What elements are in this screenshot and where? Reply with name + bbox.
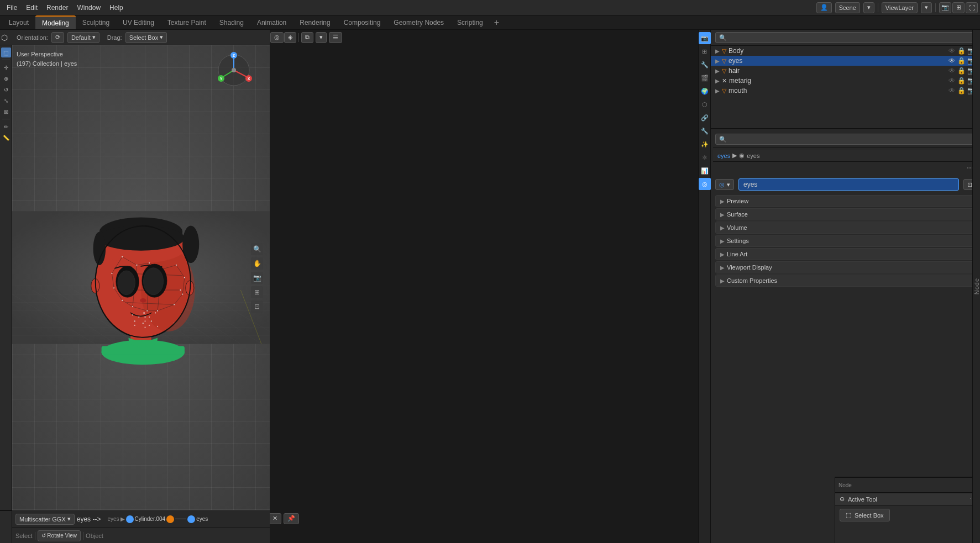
section-line-art-header[interactable]: ▶ Line Art (716, 249, 975, 260)
prop-icon-output[interactable]: ⊞ (699, 45, 711, 57)
tool-cursor[interactable]: ✛ (1, 62, 11, 72)
section-preview-header[interactable]: ▶ Preview (716, 196, 975, 207)
scene-dropdown[interactable]: ▾ (863, 2, 874, 13)
overlays-dropdown[interactable]: ▾ (316, 32, 327, 43)
tab-sculpting[interactable]: Sculpting (76, 15, 116, 29)
tab-scripting[interactable]: Scripting (450, 15, 490, 29)
svg-point-57 (182, 293, 183, 294)
menu-help[interactable]: Help (105, 3, 128, 13)
prop-icon-object[interactable]: ⬡ (699, 98, 711, 110)
prop-icon-modifiers[interactable]: 🔧 (699, 125, 711, 137)
render-preview-btn[interactable]: ◈ (284, 32, 296, 43)
outliner-item-eyes[interactable]: ▶ ▽ eyes 👁 🔒 📷 (711, 56, 980, 66)
menu-render[interactable]: Render (42, 3, 72, 13)
outliner-item-hair[interactable]: ▶ ▽ hair 👁 🔒 📷 (711, 66, 980, 76)
tool-select[interactable]: ⬚ (1, 48, 11, 57)
tool-scale[interactable]: ⤡ (1, 96, 11, 106)
tab-shading[interactable]: Shading (213, 15, 250, 29)
select-box-btn[interactable]: ⬚ Select Box (840, 509, 890, 521)
rotate-view-btn[interactable]: ↺ Rotate View (38, 530, 81, 541)
material-type-dropdown[interactable]: ◎ ▾ (715, 179, 734, 190)
prop-icon-view-layer[interactable]: 🔧 (699, 59, 711, 71)
menu-file[interactable]: File (2, 3, 22, 13)
viewport[interactable]: User Perspective (197) Collection | eyes… (12, 45, 270, 510)
ortho-btn[interactable]: ⊡ (251, 301, 263, 313)
prop-icon-render[interactable]: 📷 (699, 32, 711, 44)
active-tool-header: ⊖ Active Tool ⋯ (835, 493, 980, 505)
view-layer-dropdown[interactable]: ▾ (921, 2, 932, 13)
grid-btn[interactable]: ⊞ (251, 286, 263, 298)
svg-point-84 (144, 320, 145, 321)
zoom-in-btn[interactable]: 🔍 (251, 243, 263, 255)
menu-window[interactable]: Window (72, 3, 105, 13)
prop-icon-material[interactable]: ◎ (699, 178, 711, 190)
orientation-value-dropdown[interactable]: Default ▾ (67, 32, 99, 43)
material-btn[interactable]: ◎ (270, 32, 284, 43)
tab-compositing[interactable]: Compositing (337, 15, 387, 29)
menu-edit[interactable]: Edit (22, 3, 42, 13)
breadcrumb-eyes-2[interactable]: eyes (747, 152, 759, 159)
node-pin-btn[interactable]: 📌 (284, 513, 299, 524)
window-btn[interactable]: ⊞ (952, 2, 965, 13)
svg-point-56 (184, 277, 185, 278)
material-slot-name: eyes (743, 181, 757, 188)
user-icon-btn[interactable]: 👤 (816, 2, 832, 13)
outliner-item-body[interactable]: ▶ ▽ Body 👁 🔒 📷 (711, 46, 980, 56)
section-settings-header[interactable]: ▶ Settings (716, 235, 975, 246)
tab-animation[interactable]: Animation (250, 15, 293, 29)
prop-icon-world[interactable]: 🌍 (699, 85, 711, 97)
active-tool-label: Active Tool (848, 496, 877, 503)
camera-btn[interactable]: 📷 (251, 272, 263, 284)
orientation-icon-btn[interactable]: ⟳ (51, 32, 64, 43)
prop-icon-data[interactable]: 📊 (699, 165, 711, 177)
tool-measure[interactable]: 📏 (1, 133, 11, 143)
prop-icon-scene[interactable]: 🎬 (699, 72, 711, 84)
active-tool-collapse[interactable]: ⊖ (840, 495, 845, 503)
tab-rendering[interactable]: Rendering (293, 15, 337, 29)
node-delete-btn[interactable]: ✕ (269, 513, 281, 524)
tool-transform[interactable]: ⊠ (1, 107, 11, 117)
section-surface-header[interactable]: ▶ Surface (716, 209, 975, 220)
shader-dropdown[interactable]: Multiscatter GGX ▾ (15, 514, 75, 525)
tool-sep-1 (2, 60, 10, 60)
mode-icon-btn[interactable]: ⬡ (1, 33, 11, 43)
prop-search-input[interactable] (715, 134, 976, 145)
tool-annotate[interactable]: ✏ (1, 122, 11, 131)
separator (878, 3, 878, 12)
tool-rotate[interactable]: ↺ (1, 85, 11, 94)
svg-point-79 (143, 312, 145, 314)
svg-point-88 (134, 325, 135, 326)
fullscreen-btn[interactable]: ⛶ (966, 2, 978, 13)
tab-uv-editing[interactable]: UV Editing (116, 15, 161, 29)
breadcrumb-eyes-1[interactable]: eyes (717, 152, 730, 159)
prop-icon-constraints[interactable]: 🔗 (699, 112, 711, 124)
svg-point-25 (97, 226, 185, 251)
viewport-gizmo[interactable]: Z X Y (214, 51, 253, 91)
active-tool-content: ⬚ Select Box (835, 505, 980, 525)
prop-icon-particles[interactable]: ✨ (699, 138, 711, 150)
section-custom-props-header[interactable]: ▶ Custom Properties (716, 275, 975, 286)
material-slot-eyes[interactable]: eyes (738, 178, 959, 191)
tab-layout[interactable]: Layout (2, 15, 35, 29)
pan-btn[interactable]: ✋ (251, 257, 263, 270)
render-btn[interactable]: 📷 (939, 2, 951, 13)
tab-modeling[interactable]: Modeling (35, 15, 76, 29)
svg-point-80 (138, 317, 139, 318)
outliner-item-mouth[interactable]: ▶ ▽ mouth 👁 🔒 📷 (711, 86, 980, 96)
overlays-btn[interactable]: ⧉ (301, 32, 313, 43)
section-viewport-display-header[interactable]: ▶ Viewport Display (716, 262, 975, 273)
prop-icon-physics[interactable]: ⚛ (699, 151, 711, 164)
viewport-display-arrow: ▶ (720, 265, 725, 271)
node-strip-label: Node (838, 482, 852, 488)
outliner-item-metarig[interactable]: ▶ ✕ metarig 👁 🔒 📷 (711, 76, 980, 86)
tab-texture-paint[interactable]: Texture Paint (161, 15, 213, 29)
section-volume-header[interactable]: ▶ Volume (716, 222, 975, 233)
tool-move[interactable]: ⊕ (1, 73, 11, 83)
right-outer-icons: 📷 ⊞ 🔧 🎬 🌍 ⬡ 🔗 🔧 ✨ ⚛ 📊 ◎ (698, 30, 710, 543)
tab-geometry-nodes[interactable]: Geometry Nodes (387, 15, 450, 29)
outliner-search[interactable] (715, 32, 976, 43)
xray-btn[interactable]: ☰ (329, 32, 342, 43)
orientation-chevron: ▾ (92, 34, 96, 41)
drag-value-dropdown[interactable]: Select Box ▾ (125, 32, 167, 43)
tab-add[interactable]: + (490, 18, 504, 28)
